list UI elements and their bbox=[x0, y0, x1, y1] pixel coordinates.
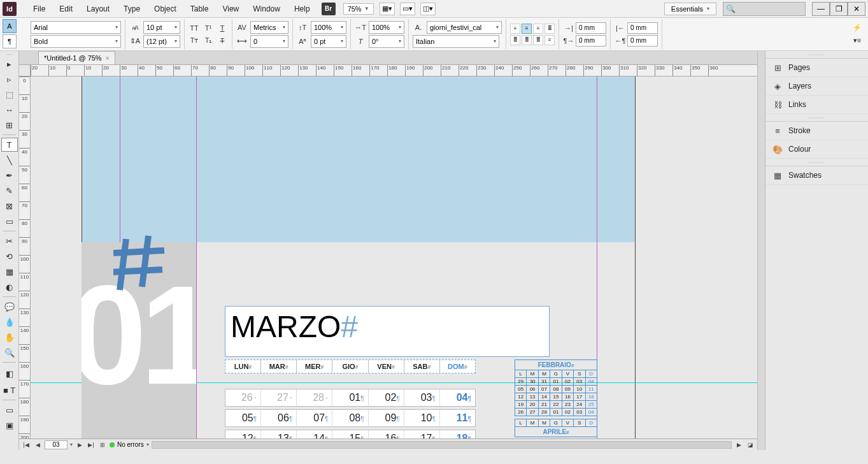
menu-help[interactable]: Help bbox=[288, 2, 317, 16]
page-tool[interactable]: ⬚ bbox=[1, 87, 18, 101]
indent-first-input[interactable]: 0 mm bbox=[576, 35, 606, 47]
close-button[interactable]: ✕ bbox=[848, 2, 865, 16]
menu-window[interactable]: Window bbox=[246, 2, 287, 16]
gradient-swatch-tool[interactable]: ▦ bbox=[1, 265, 18, 279]
indent-left-input[interactable]: 0 mm bbox=[576, 22, 606, 34]
pencil-tool[interactable]: ✎ bbox=[1, 184, 18, 198]
paragraph-mode-button[interactable]: ¶ bbox=[3, 34, 17, 48]
menu-table[interactable]: Table bbox=[184, 2, 215, 16]
panel-gripper[interactable]: ┈┈┈┈┈ bbox=[765, 51, 868, 59]
direct-selection-tool[interactable]: ▹ bbox=[1, 72, 18, 86]
open-button[interactable]: ⊞ bbox=[98, 440, 107, 449]
menu-object[interactable]: Object bbox=[148, 2, 183, 16]
calendar-row[interactable]: 26272801¶02¶03¶04¶ bbox=[225, 389, 476, 407]
prev-page-button[interactable]: ◀ bbox=[33, 440, 42, 449]
gap-tool[interactable]: ↔ bbox=[1, 103, 18, 117]
strikethrough-icon[interactable]: T bbox=[217, 35, 228, 47]
vscale-dropdown[interactable]: 100%▾ bbox=[311, 21, 346, 34]
arrange-icon[interactable]: ◫▾ bbox=[420, 3, 436, 15]
superscript-icon[interactable]: T¹ bbox=[203, 22, 214, 34]
search-input[interactable]: 🔍 bbox=[723, 2, 806, 16]
hscale-dropdown[interactable]: 100%▾ bbox=[369, 21, 404, 34]
align-spine-button[interactable]: ≡ bbox=[544, 35, 555, 45]
month-title-frame[interactable]: MARZO# bbox=[225, 306, 550, 357]
subscript-icon[interactable]: T₁ bbox=[203, 35, 214, 47]
minimize-button[interactable]: — bbox=[812, 2, 830, 16]
last-page-button[interactable]: ▶| bbox=[87, 440, 96, 449]
character-mode-button[interactable]: A bbox=[3, 19, 17, 33]
scissors-tool[interactable]: ✂ bbox=[1, 234, 18, 248]
calendar-row[interactable]: 12¶13¶14¶15¶16¶17¶18¶ bbox=[225, 430, 476, 439]
menu-file[interactable]: File bbox=[27, 2, 52, 16]
panel-pages[interactable]: ⊞Pages bbox=[765, 59, 868, 77]
image-frame[interactable] bbox=[82, 76, 636, 242]
smallcaps-icon[interactable]: Tᴛ bbox=[189, 35, 200, 47]
panel-gripper[interactable]: ┈┈┈┈┈ bbox=[765, 114, 868, 122]
view-mode-preview[interactable]: ▣ bbox=[1, 418, 18, 432]
calendar-row[interactable]: 05¶06¶07¶08¶09¶10¶11¶ bbox=[225, 409, 476, 427]
panel-gripper[interactable]: ┈┈┈┈┈ bbox=[765, 159, 868, 166]
weekday-header[interactable]: LUN#MAR#MER#GIO#VEN#SAB#DOM# bbox=[225, 359, 476, 373]
font-family-dropdown[interactable]: Arial▾ bbox=[31, 21, 121, 34]
canvas[interactable]: 018 MARZO# LUN#MAR#MER#GIO#VEN#SAB# bbox=[31, 76, 757, 439]
justify-left-button[interactable]: ≣ bbox=[544, 24, 555, 34]
language-dropdown[interactable]: Italian▾ bbox=[413, 35, 499, 48]
justify-all-button[interactable]: ≣ bbox=[533, 35, 543, 45]
rectangle-frame-tool[interactable]: ⊠ bbox=[1, 199, 18, 213]
font-style-dropdown[interactable]: Bold▾ bbox=[31, 35, 121, 48]
next-page-button[interactable]: ▶ bbox=[75, 440, 84, 449]
align-center-button[interactable]: ≡ bbox=[522, 24, 532, 34]
page-number-input[interactable] bbox=[45, 440, 68, 449]
indent-last-input[interactable]: 0 mm bbox=[627, 35, 658, 47]
menu-view[interactable]: View bbox=[216, 2, 245, 16]
vertical-ruler[interactable]: 0102030405060708090100110120130140150160… bbox=[19, 76, 31, 439]
content-collector-tool[interactable]: ⊞ bbox=[1, 118, 18, 132]
menu-layout[interactable]: Layout bbox=[80, 2, 116, 16]
free-transform-tool[interactable]: ⟲ bbox=[1, 249, 18, 263]
rectangle-tool[interactable]: ▭ bbox=[1, 214, 18, 228]
mini-calendar-prev[interactable]: FEBBRAIO# LMMGVSD 2930310102030405060708… bbox=[515, 359, 597, 437]
align-left-button[interactable]: ≡ bbox=[510, 24, 520, 34]
maximize-button[interactable]: ❐ bbox=[830, 2, 848, 16]
quick-apply-icon[interactable]: ⚡ bbox=[851, 22, 863, 34]
ruler-origin[interactable] bbox=[19, 65, 31, 76]
zoom-level[interactable]: 75% ▼ bbox=[343, 3, 374, 15]
pen-tool[interactable]: ✒ bbox=[1, 168, 18, 182]
note-tool[interactable]: 💬 bbox=[1, 300, 18, 314]
kerning-dropdown[interactable]: Metrics▾ bbox=[250, 21, 288, 34]
allcaps-icon[interactable]: TT bbox=[189, 22, 200, 34]
document-tab[interactable]: *Untitled-1 @ 75% × bbox=[38, 51, 115, 64]
indent-right-input[interactable]: 0 mm bbox=[627, 22, 658, 34]
preflight-status-icon[interactable] bbox=[110, 442, 115, 447]
line-tool[interactable]: ╲ bbox=[1, 153, 18, 167]
first-page-button[interactable]: |◀ bbox=[22, 440, 31, 449]
panel-colour[interactable]: 🎨Colour bbox=[765, 140, 868, 159]
selection-tool[interactable]: ▸ bbox=[1, 57, 18, 71]
screen-mode-icon[interactable]: ▭▾ bbox=[400, 3, 415, 15]
eyedropper-tool[interactable]: 💧 bbox=[1, 315, 18, 329]
panel-collapse-grip[interactable] bbox=[758, 51, 765, 450]
hash-graphic[interactable] bbox=[113, 233, 183, 303]
underline-icon[interactable]: T bbox=[217, 22, 228, 34]
panel-stroke[interactable]: ≡Stroke bbox=[765, 122, 868, 140]
apply-color[interactable]: ■ T bbox=[1, 383, 18, 397]
panel-layers[interactable]: ◈Layers bbox=[765, 77, 868, 96]
panel-links[interactable]: ⛓Links bbox=[765, 96, 868, 114]
panel-menu-icon[interactable]: ▾≡ bbox=[851, 35, 863, 47]
view-options-icon[interactable]: ▦▾ bbox=[380, 3, 395, 15]
view-mode-normal[interactable]: ▭ bbox=[1, 403, 18, 417]
horizontal-scrollbar[interactable] bbox=[152, 441, 732, 449]
skew-input[interactable]: 0°▾ bbox=[369, 35, 404, 48]
baseline-input[interactable]: 0 pt▾ bbox=[311, 35, 346, 48]
zoom-tool[interactable]: 🔍 bbox=[1, 345, 18, 359]
justify-right-button[interactable]: ≣ bbox=[522, 35, 532, 45]
hand-tool[interactable]: ✋ bbox=[1, 330, 18, 344]
type-tool[interactable]: T bbox=[1, 138, 18, 152]
font-size-dropdown[interactable]: 10 pt▾ bbox=[143, 21, 180, 34]
gradient-feather-tool[interactable]: ◐ bbox=[1, 280, 18, 294]
panel-swatches[interactable]: ▦Swatches bbox=[765, 166, 868, 185]
menu-type[interactable]: Type bbox=[117, 2, 146, 16]
tracking-dropdown[interactable]: 0▾ bbox=[250, 35, 288, 48]
char-style-dropdown[interactable]: giorni_festivi_cal▾ bbox=[427, 21, 502, 34]
horizontal-ruler[interactable]: 2010010203040506070809010011012013014015… bbox=[31, 65, 757, 76]
